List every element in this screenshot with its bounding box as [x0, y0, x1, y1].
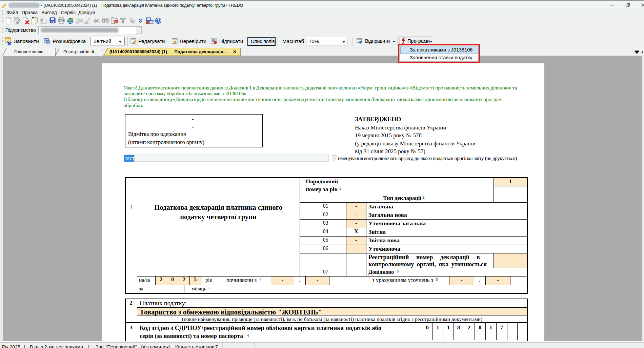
svg-text:?: ? — [157, 19, 160, 23]
